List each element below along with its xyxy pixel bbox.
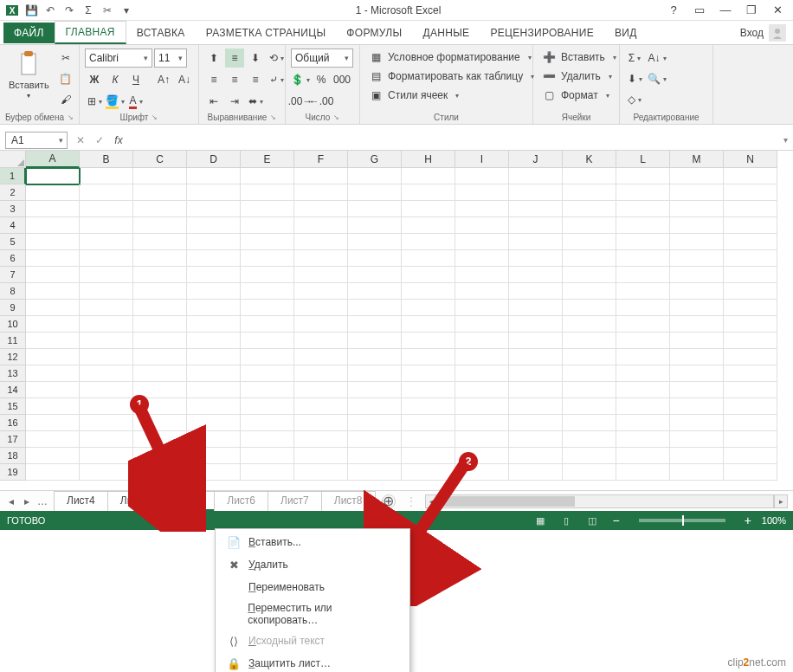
hscroll-right[interactable]: ▸	[774, 494, 788, 508]
cell[interactable]	[724, 250, 777, 267]
cell[interactable]	[133, 250, 187, 267]
sort-filter-button[interactable]: A↓	[648, 48, 667, 68]
cell[interactable]	[455, 300, 509, 316]
row-header[interactable]: 17	[0, 431, 26, 448]
cell[interactable]	[187, 250, 241, 267]
cell[interactable]	[670, 300, 724, 316]
cell[interactable]	[616, 184, 670, 201]
cell[interactable]	[402, 398, 455, 415]
cell[interactable]	[26, 431, 80, 448]
col-header-L[interactable]: L	[616, 151, 670, 168]
cell[interactable]	[724, 464, 777, 481]
cell[interactable]	[348, 234, 402, 250]
format-as-table-button[interactable]: ▤Форматировать как таблицу	[365, 68, 538, 85]
cell[interactable]	[509, 217, 563, 234]
cell[interactable]	[241, 283, 294, 300]
cell[interactable]	[348, 349, 402, 365]
cell[interactable]	[241, 431, 294, 448]
cell[interactable]	[348, 415, 402, 431]
cell[interactable]	[724, 398, 777, 415]
clear-button[interactable]: ◇	[625, 90, 644, 109]
cell[interactable]	[509, 431, 563, 448]
cell[interactable]	[670, 448, 724, 464]
cell[interactable]	[402, 300, 455, 316]
cell[interactable]	[563, 250, 616, 267]
align-bottom-button[interactable]: ⬇	[246, 48, 265, 68]
cell[interactable]	[26, 365, 80, 382]
cell[interactable]	[187, 283, 241, 300]
cell[interactable]	[509, 398, 563, 415]
cell[interactable]	[80, 398, 133, 415]
zoom-out-button[interactable]: −	[609, 514, 622, 527]
cell[interactable]	[241, 415, 294, 431]
cell[interactable]	[455, 184, 509, 201]
shrink-font-button[interactable]: A↓	[175, 70, 194, 89]
cell[interactable]	[348, 250, 402, 267]
cell[interactable]	[80, 201, 133, 217]
cell[interactable]	[241, 250, 294, 267]
cell[interactable]	[616, 431, 670, 448]
cell[interactable]	[616, 398, 670, 415]
cell[interactable]	[509, 316, 563, 333]
cell[interactable]	[26, 184, 80, 201]
cell[interactable]	[241, 267, 294, 283]
cell[interactable]	[455, 333, 509, 349]
cell[interactable]	[724, 217, 777, 234]
find-select-button[interactable]: 🔍	[648, 69, 667, 88]
delete-cells-button[interactable]: ➖Удалить	[538, 68, 616, 85]
row-header[interactable]: 7	[0, 267, 26, 283]
cell[interactable]	[670, 333, 724, 349]
currency-button[interactable]: 💲	[291, 70, 310, 89]
cell[interactable]	[509, 201, 563, 217]
cell[interactable]	[187, 168, 241, 184]
cell[interactable]	[563, 316, 616, 333]
cell[interactable]	[26, 250, 80, 267]
cell[interactable]	[348, 267, 402, 283]
cell[interactable]	[348, 316, 402, 333]
cell[interactable]	[724, 234, 777, 250]
cell[interactable]	[26, 349, 80, 365]
cell[interactable]	[133, 316, 187, 333]
cell[interactable]	[724, 300, 777, 316]
cell[interactable]	[509, 349, 563, 365]
align-top-button[interactable]: ⬆	[204, 48, 223, 68]
cell[interactable]	[294, 217, 348, 234]
restore-icon[interactable]: ❐	[739, 2, 764, 19]
confirm-formula-icon[interactable]: ✓	[90, 132, 109, 149]
cell[interactable]	[294, 365, 348, 382]
increase-indent-button[interactable]: ⇥	[225, 92, 244, 111]
cell[interactable]	[80, 333, 133, 349]
grow-font-button[interactable]: A↑	[154, 70, 173, 89]
cell[interactable]	[509, 184, 563, 201]
cell[interactable]	[455, 283, 509, 300]
tab-insert[interactable]: ВСТАВКА	[126, 23, 196, 43]
context-menu-item[interactable]: Переименовать	[216, 576, 409, 598]
cell[interactable]	[80, 267, 133, 283]
tab-view[interactable]: ВИД	[604, 23, 648, 43]
cell[interactable]	[563, 234, 616, 250]
minimize-icon[interactable]: —	[713, 2, 738, 19]
cell[interactable]	[724, 349, 777, 365]
cell[interactable]	[294, 415, 348, 431]
cell[interactable]	[563, 267, 616, 283]
cell[interactable]	[455, 217, 509, 234]
cell[interactable]	[26, 300, 80, 316]
cell[interactable]	[402, 365, 455, 382]
cell[interactable]	[616, 201, 670, 217]
cell[interactable]	[348, 283, 402, 300]
cell[interactable]	[294, 398, 348, 415]
cell[interactable]	[241, 365, 294, 382]
cell[interactable]	[724, 201, 777, 217]
sheet-tab[interactable]: Лист6	[214, 491, 268, 511]
cell[interactable]	[563, 365, 616, 382]
copy-button[interactable]: 📋	[56, 69, 75, 88]
cell[interactable]	[616, 267, 670, 283]
cell[interactable]	[402, 283, 455, 300]
close-icon[interactable]: ✕	[765, 2, 790, 19]
row-header[interactable]: 19	[0, 464, 26, 481]
row-header[interactable]: 13	[0, 365, 26, 382]
fx-icon[interactable]: fx	[109, 132, 128, 149]
cell[interactable]	[616, 283, 670, 300]
col-header-N[interactable]: N	[724, 151, 777, 168]
cell[interactable]	[133, 201, 187, 217]
